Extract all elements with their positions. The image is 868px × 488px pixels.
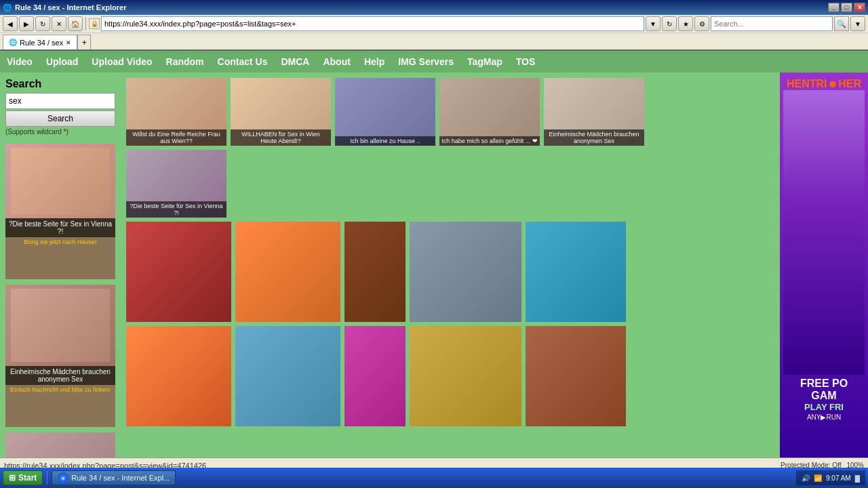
- photo-thumb-6[interactable]: ?Die beste Seite für Sex in Vienna ?!: [126, 150, 226, 218]
- photo-caption-4: Ich habe mich so allein gefühlt ... ❤: [439, 136, 540, 146]
- show-desktop-icon[interactable]: ▓: [855, 474, 860, 482]
- right-ad-title: HENTRI☻HER: [787, 78, 861, 90]
- nav-about[interactable]: About: [323, 56, 350, 67]
- nav-dmca[interactable]: DMCA: [281, 56, 309, 67]
- nav-contact-us[interactable]: Contact Us: [218, 56, 268, 67]
- clock: 9:07 AM: [826, 474, 851, 482]
- photo-thumb-2[interactable]: WILLHABEN für Sex in Wien Heute Abend!?: [231, 78, 331, 146]
- start-button[interactable]: ⊞ Start: [3, 470, 43, 485]
- stop-button[interactable]: ✕: [52, 16, 66, 31]
- nav-tagmap[interactable]: TagMap: [467, 56, 502, 67]
- content-area: Willst du Eine Reife Reiche Frau aus Wie…: [121, 73, 780, 458]
- photo-caption-2: WILLHABEN für Sex in Wien Heute Abend!?: [231, 129, 331, 146]
- refresh2-button[interactable]: ↻: [662, 16, 677, 31]
- speaker-icon[interactable]: 🔊: [802, 474, 810, 482]
- manga-thumb-1[interactable]: [126, 222, 231, 322]
- nav-video[interactable]: Video: [7, 56, 33, 67]
- nav-img-servers[interactable]: IMG Servers: [398, 56, 454, 67]
- right-ad-image: [783, 90, 865, 375]
- search-input[interactable]: [5, 93, 115, 109]
- browser-search-dropdown[interactable]: ▼: [850, 16, 865, 31]
- nav-upload-video[interactable]: Upload Video: [92, 56, 152, 67]
- nav-help[interactable]: Help: [364, 56, 384, 67]
- back-button[interactable]: ◀: [3, 16, 18, 31]
- nav-upload[interactable]: Upload: [46, 56, 78, 67]
- taskbar-ie-label: Rule 34 / sex - Internet Expl...: [71, 474, 170, 482]
- address-dropdown-button[interactable]: ▼: [646, 16, 660, 31]
- photo-caption-3: Ich bin alleine zu Hause ..: [335, 136, 435, 146]
- close-button[interactable]: ✕: [854, 3, 865, 12]
- right-ad-game: GAM: [800, 390, 848, 402]
- home-button[interactable]: 🏠: [68, 16, 83, 31]
- sidebar-ad2-title: Einheimische Mädchen brauchen anonymen S…: [5, 366, 115, 385]
- manga-thumb-8[interactable]: [344, 326, 406, 426]
- second-photo-row: ?Die beste Seite für Sex in Vienna ?!: [126, 150, 774, 218]
- taskbar-ie-item[interactable]: e Rule 34 / sex - Internet Expl...: [52, 470, 176, 485]
- new-tab-button[interactable]: +: [77, 35, 91, 49]
- manga-row-2: [126, 326, 774, 426]
- window-title: Rule 34 / sex - Internet Explorer: [15, 3, 126, 12]
- favorites-button[interactable]: ★: [678, 16, 693, 31]
- photo-thumb-5[interactable]: Einheimische Mädchen brauchen anonymen S…: [544, 78, 644, 146]
- forward-button[interactable]: ▶: [19, 16, 34, 31]
- taskbar-system-tray: 🔊 📶 9:07 AM ▓: [796, 470, 865, 485]
- tab-label: Rule 34 / sex: [20, 39, 63, 47]
- manga-thumb-5[interactable]: [526, 222, 626, 322]
- search-heading: Search: [5, 78, 115, 90]
- site-navigation: Video Upload Upload Video Random Contact…: [0, 51, 868, 73]
- main-layout: Search Search (Supports wildcard *) ?Die…: [0, 73, 868, 458]
- search-section: Search Search (Supports wildcard *): [5, 78, 115, 136]
- taskbar-divider: [47, 471, 47, 485]
- taskbar: ⊞ Start e Rule 34 / sex - Internet Expl.…: [0, 468, 868, 488]
- ie-logo-icon: e: [58, 472, 68, 483]
- refresh-button[interactable]: ↻: [35, 16, 50, 31]
- wildcard-note: (Supports wildcard *): [5, 128, 115, 136]
- browser-search-button[interactable]: 🔍: [834, 16, 849, 31]
- sidebar-ad-2[interactable]: Einheimische Mädchen brauchen anonymen S…: [5, 285, 115, 427]
- manga-thumb-3[interactable]: [344, 222, 406, 322]
- sidebar-ad-3[interactable]: [5, 432, 115, 458]
- sidebar-ad1-desc: Bring sie jetzt nach Hause!: [5, 237, 115, 247]
- tab-icon: 🌐: [9, 39, 17, 46]
- sidebar-ad2-desc: Einfach Nachricht und bitte zu ficken!: [5, 385, 115, 394]
- sidebar-ad2-image: [5, 285, 115, 366]
- search-button[interactable]: Search: [5, 110, 115, 127]
- restore-button[interactable]: □: [841, 3, 852, 12]
- manga-thumb-9[interactable]: [410, 326, 521, 426]
- minimize-button[interactable]: _: [828, 3, 840, 12]
- photo-thumb-3[interactable]: Ich bin alleine zu Hause ..: [335, 78, 435, 146]
- nav-tos[interactable]: TOS: [516, 56, 536, 67]
- network-icon[interactable]: 📶: [814, 474, 822, 482]
- manga-thumb-10[interactable]: [526, 326, 626, 426]
- windows-icon: ⊞: [9, 473, 16, 483]
- start-label: Start: [18, 473, 37, 483]
- right-ad[interactable]: HENTRI☻HER FREE PO GAM PLAY FRI ANY▶RUN: [780, 73, 868, 458]
- address-input[interactable]: [101, 16, 644, 31]
- photo-thumb-4[interactable]: Ich habe mich so allein gefühlt ... ❤: [439, 78, 540, 146]
- ie-icon: 🌐: [3, 3, 12, 12]
- manga-thumb-2[interactable]: [235, 222, 340, 322]
- title-bar-left: 🌐 Rule 34 / sex - Internet Explorer: [3, 3, 126, 12]
- tab-bar: 🌐 Rule 34 / sex ✕ +: [0, 33, 868, 51]
- photo-thumb-1[interactable]: Willst du Eine Reife Reiche Frau aus Wie…: [126, 78, 226, 146]
- right-ad-free: FREE PO: [800, 378, 848, 390]
- sidebar-ad3-image: [5, 432, 115, 458]
- manga-row-1: [126, 222, 774, 322]
- nav-random[interactable]: Random: [166, 56, 204, 67]
- photo-caption-1: Willst du Eine Reife Reiche Frau aus Wie…: [126, 129, 226, 146]
- tools-button[interactable]: ⚙: [694, 16, 709, 31]
- sidebar: Search Search (Supports wildcard *) ?Die…: [0, 73, 121, 458]
- title-bar: 🌐 Rule 34 / sex - Internet Explorer _ □ …: [0, 0, 868, 15]
- top-photo-row: Willst du Eine Reife Reiche Frau aus Wie…: [126, 78, 774, 146]
- browser-search-input[interactable]: [711, 16, 833, 31]
- sidebar-ad-1[interactable]: ?Die beste Seite für Sex in Vienna ?! Br…: [5, 144, 115, 279]
- manga-thumb-6[interactable]: [126, 326, 231, 426]
- security-lock-icon[interactable]: 🔒: [89, 18, 100, 29]
- sidebar-ad1-title: ?Die beste Seite für Sex in Vienna ?!: [5, 218, 115, 237]
- manga-thumb-7[interactable]: [235, 326, 340, 426]
- title-bar-controls: _ □ ✕: [828, 3, 865, 12]
- sidebar-ad1-image: [5, 144, 115, 218]
- tab-rule34[interactable]: 🌐 Rule 34 / sex ✕: [3, 35, 77, 49]
- tab-close-button[interactable]: ✕: [66, 39, 71, 46]
- manga-thumb-4[interactable]: [410, 222, 521, 322]
